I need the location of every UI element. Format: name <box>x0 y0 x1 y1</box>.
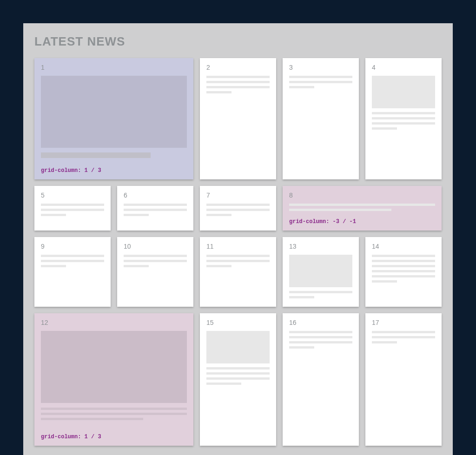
text-placeholder <box>206 382 241 385</box>
card-number: 6 <box>124 191 187 199</box>
text-placeholder <box>41 265 66 267</box>
text-placeholder <box>206 81 270 83</box>
text-placeholder <box>41 418 143 420</box>
text-placeholder <box>289 204 435 206</box>
page-container: LATEST NEWS 1 grid-column: 1 / 3 2 3 4 <box>23 23 453 455</box>
text-placeholder <box>206 377 270 380</box>
text-placeholder <box>372 336 435 338</box>
text-placeholder <box>41 214 66 216</box>
text-placeholder <box>289 209 391 211</box>
text-placeholder <box>372 280 397 283</box>
image-placeholder <box>372 76 435 108</box>
card-2: 2 <box>200 58 276 179</box>
card-3: 3 <box>283 58 359 179</box>
card-8: 8 grid-column: -3 / -1 <box>283 186 442 231</box>
text-placeholder <box>372 122 435 125</box>
card-10: 10 <box>117 237 193 307</box>
card-number: 12 <box>41 319 187 326</box>
card-16: 16 <box>283 313 359 446</box>
text-placeholder <box>289 81 352 83</box>
card-number: 14 <box>372 243 435 250</box>
text-placeholder <box>206 214 231 216</box>
text-placeholder <box>289 291 352 293</box>
card-number: 1 <box>41 64 187 71</box>
image-placeholder <box>41 331 187 403</box>
text-placeholder <box>372 341 397 343</box>
text-placeholder <box>124 255 187 257</box>
card-number: 8 <box>289 191 435 199</box>
card-13: 13 <box>283 237 359 307</box>
text-placeholder <box>289 341 352 343</box>
text-placeholder <box>206 367 270 369</box>
text-placeholder <box>206 91 231 93</box>
text-placeholder <box>372 331 435 333</box>
card-code: grid-column: 1 / 3 <box>41 429 187 440</box>
text-placeholder <box>372 265 435 267</box>
news-grid: 1 grid-column: 1 / 3 2 3 4 <box>34 58 442 446</box>
text-placeholder <box>206 86 270 88</box>
text-placeholder <box>206 260 270 262</box>
text-placeholder <box>372 260 435 262</box>
text-placeholder <box>124 260 187 262</box>
text-placeholder <box>41 408 187 410</box>
card-number: 15 <box>206 319 270 326</box>
text-placeholder <box>372 270 435 272</box>
text-placeholder <box>41 152 151 158</box>
text-placeholder <box>206 372 270 375</box>
card-code: grid-column: -3 / -1 <box>289 214 435 225</box>
card-code: grid-column: 1 / 3 <box>41 163 187 174</box>
card-number: 4 <box>372 64 435 71</box>
text-placeholder <box>372 275 435 277</box>
image-placeholder <box>41 76 187 148</box>
text-placeholder <box>124 204 187 206</box>
card-number: 13 <box>289 243 352 250</box>
card-1: 1 grid-column: 1 / 3 <box>34 58 193 179</box>
card-5: 5 <box>34 186 111 231</box>
text-placeholder <box>289 86 314 88</box>
card-number: 2 <box>206 64 270 71</box>
text-placeholder <box>206 76 270 78</box>
card-number: 11 <box>206 243 270 250</box>
card-number: 17 <box>372 319 435 326</box>
text-placeholder <box>41 204 104 206</box>
text-placeholder <box>289 336 352 338</box>
text-placeholder <box>206 204 270 206</box>
card-number: 16 <box>289 319 352 326</box>
card-14: 14 <box>365 237 442 307</box>
text-placeholder <box>206 265 231 267</box>
text-placeholder <box>41 255 104 257</box>
text-placeholder <box>124 209 187 211</box>
text-placeholder <box>289 76 352 78</box>
text-placeholder <box>206 255 270 257</box>
card-17: 17 <box>365 313 442 446</box>
card-number: 5 <box>41 191 104 199</box>
card-9: 9 <box>34 237 111 307</box>
card-12: 12 grid-column: 1 / 3 <box>34 313 193 446</box>
text-placeholder <box>372 117 435 119</box>
text-placeholder <box>41 260 104 262</box>
text-placeholder <box>289 331 352 333</box>
text-placeholder <box>372 127 397 130</box>
text-placeholder <box>289 346 314 349</box>
image-placeholder <box>289 255 352 287</box>
page-title: LATEST NEWS <box>34 34 442 49</box>
text-placeholder <box>124 214 149 216</box>
card-15: 15 <box>200 313 276 446</box>
text-placeholder <box>124 265 149 267</box>
card-11: 11 <box>200 237 276 307</box>
text-placeholder <box>206 209 270 211</box>
text-placeholder <box>41 413 187 415</box>
card-4: 4 <box>365 58 442 179</box>
card-number: 10 <box>124 243 187 250</box>
text-placeholder <box>289 296 314 298</box>
text-placeholder <box>372 112 435 114</box>
text-placeholder <box>372 255 435 257</box>
card-number: 3 <box>289 64 352 71</box>
card-number: 9 <box>41 243 104 250</box>
card-number: 7 <box>206 191 270 199</box>
card-6: 6 <box>117 186 193 231</box>
card-7: 7 <box>200 186 276 231</box>
text-placeholder <box>41 209 104 211</box>
image-placeholder <box>206 331 270 363</box>
